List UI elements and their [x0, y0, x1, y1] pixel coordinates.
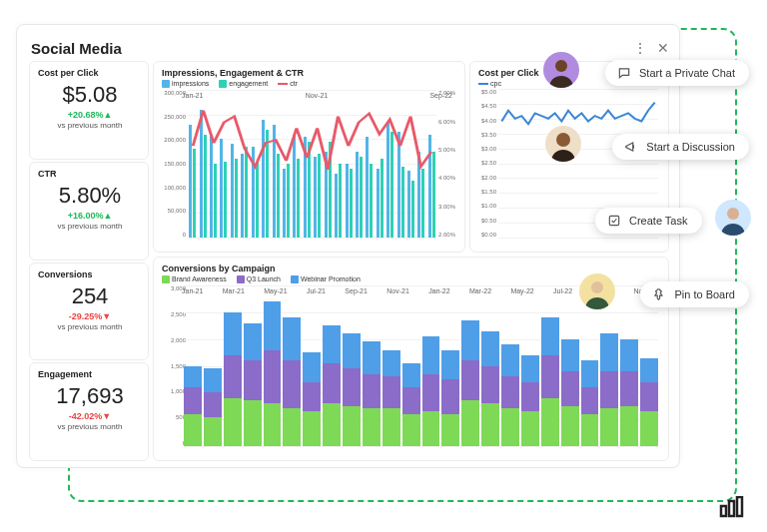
- chart-legend: impressions engagement ctr: [162, 80, 456, 88]
- bar-chart-icon: [719, 496, 745, 522]
- kpi-delta: +20.68%▲: [38, 110, 142, 120]
- kpi-sublabel: vs previous month: [38, 322, 142, 331]
- kpi-column: Cost per Click $5.08 +20.68%▲ vs previou…: [29, 61, 149, 461]
- kpi-engagement[interactable]: Engagement 17,693 -42.02%▼ vs previous m…: [29, 362, 149, 461]
- avatar[interactable]: [543, 52, 579, 88]
- stacked-bars: [184, 285, 658, 446]
- kpi-value: 5.80%: [38, 183, 142, 209]
- chart-title: Conversions by Campaign: [162, 264, 660, 273]
- action-label: Create Task: [629, 215, 688, 227]
- kpi-value: $5.08: [38, 82, 142, 108]
- kpi-delta: -29.25%▼: [38, 311, 142, 321]
- y-axis-left: 300,000250,000200,000150,000100,00050,00…: [162, 90, 186, 238]
- kpi-cost-per-click[interactable]: Cost per Click $5.08 +20.68%▲ vs previou…: [29, 61, 149, 160]
- chat-icon: [617, 66, 631, 80]
- kpi-sublabel: vs previous month: [38, 422, 142, 431]
- kpi-sublabel: vs previous month: [38, 222, 142, 231]
- svg-rect-2: [609, 216, 618, 225]
- action-label: Pin to Board: [674, 288, 735, 300]
- create-task-button[interactable]: Create Task: [595, 208, 702, 234]
- kpi-value: 17,693: [38, 383, 142, 409]
- svg-point-3: [727, 208, 739, 220]
- pin-icon: [652, 287, 666, 301]
- close-icon[interactable]: ✕: [657, 41, 669, 55]
- svg-rect-5: [721, 506, 726, 516]
- kpi-value: 254: [38, 283, 142, 309]
- svg-point-0: [555, 60, 567, 72]
- avatar[interactable]: [579, 273, 615, 309]
- svg-point-1: [556, 133, 570, 147]
- megaphone-icon: [624, 140, 638, 154]
- kpi-conversions[interactable]: Conversions 254 -29.25%▼ vs previous mon…: [29, 263, 149, 361]
- action-row: Start a Discussion: [605, 132, 749, 162]
- action-label: Start a Discussion: [646, 141, 735, 153]
- action-label: Start a Private Chat: [639, 67, 735, 79]
- ctr-line: [188, 90, 436, 238]
- svg-rect-6: [729, 501, 734, 516]
- kpi-label: CTR: [38, 169, 142, 179]
- panel-title: Social Media: [31, 40, 122, 57]
- action-row: Pin to Board: [605, 279, 749, 309]
- y-axis: $5.00$4.50$4.00$3.50$3.00$2.50$2.00$1.50…: [478, 89, 496, 238]
- chart-title: Impressions, Engagement & CTR: [162, 68, 456, 78]
- kpi-label: Conversions: [38, 269, 142, 279]
- start-discussion-button[interactable]: Start a Discussion: [612, 134, 749, 160]
- kpi-label: Cost per Click: [38, 68, 142, 78]
- social-media-panel: Social Media ⋮ ✕ Cost per Click $5.08 +2…: [16, 24, 680, 468]
- kpi-delta: +16.00%▲: [38, 211, 142, 221]
- avatar[interactable]: [715, 200, 751, 236]
- start-private-chat-button[interactable]: Start a Private Chat: [605, 60, 749, 86]
- y-axis: 3,0002,5002,0001,5001,0005000: [162, 285, 186, 446]
- more-icon[interactable]: ⋮: [633, 41, 647, 55]
- check-square-icon: [607, 214, 621, 228]
- chart-impressions-engagement-ctr[interactable]: Impressions, Engagement & CTR impression…: [153, 61, 465, 253]
- action-row: Start a Private Chat: [605, 58, 749, 88]
- kpi-label: Engagement: [38, 369, 142, 379]
- svg-point-4: [591, 281, 603, 293]
- avatar[interactable]: [545, 126, 581, 162]
- svg-rect-7: [737, 497, 742, 516]
- kpi-sublabel: vs previous month: [38, 121, 142, 130]
- pin-to-board-button[interactable]: Pin to Board: [640, 281, 749, 307]
- kpi-ctr[interactable]: CTR 5.80% +16.00%▲ vs previous month: [29, 162, 149, 261]
- y-axis-right: 7.00%6.00%5.00%4.00%3.00%2.00%: [438, 90, 456, 238]
- collab-actions: Start a Private Chat Start a Discussion …: [605, 58, 749, 309]
- action-row: Create Task: [605, 206, 749, 236]
- kpi-delta: -42.02%▼: [38, 411, 142, 421]
